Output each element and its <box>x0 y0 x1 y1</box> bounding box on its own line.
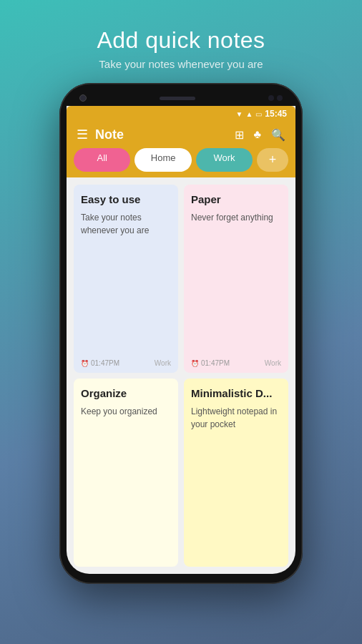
status-bar: ▼ ▲ ▭ 15:45 <box>67 106 295 121</box>
note-body-3: Keep you organized <box>81 405 171 555</box>
hero-title: Add quick notes <box>97 27 265 54</box>
speaker <box>160 97 195 100</box>
note-card-3[interactable]: Organize Keep you organized <box>74 379 178 567</box>
search-icon[interactable]: 🔍 <box>271 128 285 142</box>
note-title-2: Paper <box>191 193 281 205</box>
note-card-1[interactable]: Easy to use Take your notes whenever you… <box>74 185 178 373</box>
note-title-3: Organize <box>81 387 171 399</box>
sensor-1 <box>268 95 274 101</box>
sensors <box>268 95 283 101</box>
grid-icon[interactable]: ⊞ <box>235 128 244 142</box>
hero-section: Add quick notes Take your notes whenever… <box>97 0 265 83</box>
note-card-4[interactable]: Minimalistic D... Lightweight notepad in… <box>184 379 288 567</box>
note-title-1: Easy to use <box>81 193 171 205</box>
note-body-4: Lightweight notepad in your pocket <box>191 405 281 555</box>
battery-icon: ▭ <box>255 110 262 118</box>
note-card-2[interactable]: Paper Never forget anything ⏰ 01:47PM Wo… <box>184 185 288 373</box>
clock-icon-2: ⏰ <box>191 360 199 367</box>
sensor-2 <box>277 95 283 101</box>
note-tag-1: Work <box>155 359 171 367</box>
note-time-2: ⏰ 01:47PM <box>191 359 230 367</box>
app-screen: ▼ ▲ ▭ 15:45 ☰ Note ⊞ ♣ 🔍 All Home Work + <box>67 106 295 574</box>
app-title: Note <box>95 127 228 142</box>
note-body-1: Take your notes whenever you are <box>81 211 171 353</box>
tab-work[interactable]: Work <box>196 148 253 172</box>
menu-icon[interactable]: ☰ <box>77 127 88 142</box>
tab-add[interactable]: + <box>257 148 288 172</box>
note-footer-1: ⏰ 01:47PM Work <box>81 359 171 367</box>
clock-icon-1: ⏰ <box>81 360 89 367</box>
status-icons: ▼ ▲ ▭ 15:45 <box>235 109 287 119</box>
tabs-bar: All Home Work + <box>67 148 295 177</box>
camera-area <box>79 94 87 102</box>
note-body-2: Never forget anything <box>191 211 281 353</box>
hero-subtitle: Take your notes whenever you are <box>97 58 265 70</box>
phone-notch <box>67 93 295 106</box>
toolbar: ☰ Note ⊞ ♣ 🔍 <box>67 121 295 148</box>
note-time-1: ⏰ 01:47PM <box>81 359 119 367</box>
phone-shell: ▼ ▲ ▭ 15:45 ☰ Note ⊞ ♣ 🔍 All Home Work + <box>59 83 303 584</box>
toolbar-actions: ⊞ ♣ 🔍 <box>235 128 286 142</box>
front-camera <box>79 94 87 102</box>
theme-icon[interactable]: ♣ <box>254 128 262 141</box>
status-time: 15:45 <box>265 109 287 119</box>
note-title-4: Minimalistic D... <box>191 387 281 399</box>
notes-grid: Easy to use Take your notes whenever you… <box>67 177 295 574</box>
note-tag-2: Work <box>265 359 281 367</box>
wifi-icon: ▲ <box>245 110 253 118</box>
note-footer-2: ⏰ 01:47PM Work <box>191 359 281 367</box>
tab-home[interactable]: Home <box>134 148 191 172</box>
signal-icon: ▼ <box>235 110 243 118</box>
tab-all[interactable]: All <box>74 148 130 172</box>
